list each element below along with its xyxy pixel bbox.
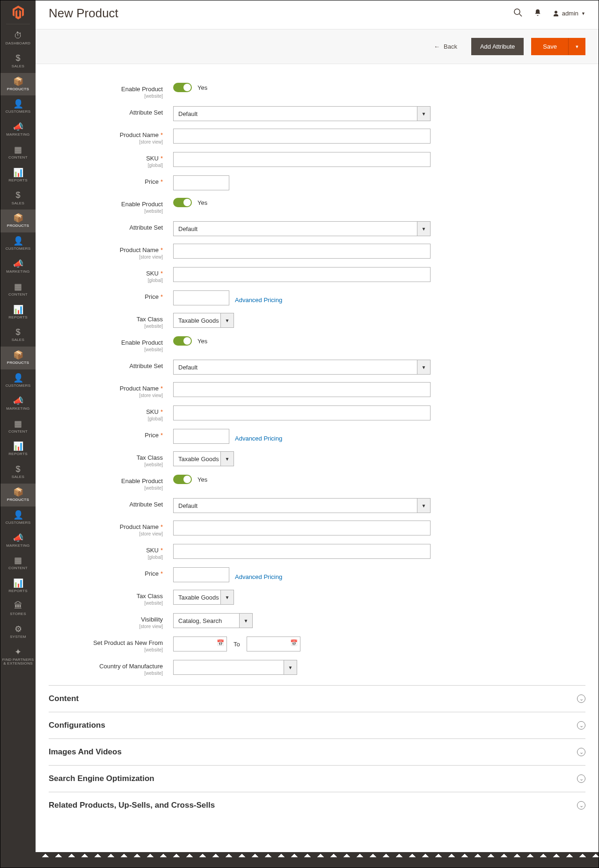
sidebar-item-products[interactable]: 📦PRODUCTS <box>0 347 36 369</box>
field-label: Enable Product <box>121 201 163 208</box>
sidebar-item-reports[interactable]: 📊REPORTS <box>0 438 36 461</box>
enable-product-toggle[interactable] <box>173 475 192 484</box>
nav-icon: $ <box>15 464 20 474</box>
sidebar-item-content[interactable]: ▦CONTENT <box>0 141 36 164</box>
tax-class-select[interactable]: Taxable Goods▼ <box>173 313 234 328</box>
price-input[interactable] <box>173 567 229 582</box>
attribute-set-select[interactable]: Default▼ <box>173 106 431 121</box>
sidebar-item-reports[interactable]: 📊REPORTS <box>0 164 36 187</box>
sidebar-item-products[interactable]: 📦PRODUCTS <box>0 73 36 96</box>
attribute-set-select[interactable]: Default▼ <box>173 221 431 236</box>
nav-icon: 📦 <box>13 76 23 87</box>
sidebar-item-customers[interactable]: 👤CUSTOMERS <box>0 232 36 255</box>
enable-product-toggle[interactable] <box>173 336 192 346</box>
form-row-sku-3: SKU*[global] <box>49 405 585 421</box>
save-button[interactable]: Save <box>531 38 569 55</box>
search-icon[interactable] <box>513 8 523 19</box>
nav-label: CONTENT <box>8 156 28 160</box>
nav-label: REPORTS <box>8 316 28 320</box>
country-select[interactable]: ▼ <box>173 660 297 675</box>
sidebar-item-dashboard[interactable]: ⏱DASHBOARD <box>0 27 36 50</box>
sidebar-item-products[interactable]: 📦PRODUCTS <box>0 210 36 232</box>
product-name-input[interactable] <box>173 382 431 397</box>
sidebar-item-stores[interactable]: 🏛STORES <box>0 598 36 621</box>
field-label: Country of Manufacture <box>99 663 163 670</box>
sidebar-item-marketing[interactable]: 📣MARKETING <box>0 118 36 141</box>
product-name-input[interactable] <box>173 244 431 259</box>
magento-logo[interactable] <box>0 0 36 24</box>
sidebar-item-content[interactable]: ▦CONTENT <box>0 552 36 575</box>
nav-icon: ▦ <box>14 145 22 155</box>
form-row-sku-1: SKU*[global] <box>49 152 585 168</box>
sidebar-item-system[interactable]: ⚙SYSTEM <box>0 621 36 644</box>
sidebar-item-customers[interactable]: 👤CUSTOMERS <box>0 506 36 529</box>
sku-input[interactable] <box>173 544 431 559</box>
calendar-icon[interactable]: 📅 <box>217 639 224 646</box>
advanced-pricing-link[interactable]: Advanced Pricing <box>235 297 282 304</box>
price-input[interactable] <box>173 290 229 305</box>
arrow-left-icon: ← <box>434 43 440 50</box>
sidebar-item-customers[interactable]: 👤CUSTOMERS <box>0 369 36 392</box>
tax-class-select[interactable]: Taxable Goods▼ <box>173 590 234 605</box>
sku-input[interactable] <box>173 405 431 420</box>
sidebar-item-sales[interactable]: $SALES <box>0 187 36 210</box>
sidebar-item-content[interactable]: ▦CONTENT <box>0 278 36 301</box>
calendar-icon[interactable]: 📅 <box>290 639 298 646</box>
nav-label: FIND PARTNERS& EXTENSIONS <box>2 658 34 666</box>
sidebar-item-reports[interactable]: 📊REPORTS <box>0 575 36 598</box>
field-label: Price <box>145 432 159 439</box>
nav-icon: 📣 <box>13 396 23 406</box>
sidebar-item-marketing[interactable]: 📣MARKETING <box>0 392 36 415</box>
select-value: Taxable Goods <box>178 594 219 601</box>
visibility-select[interactable]: Catalog, Search▼ <box>173 613 253 628</box>
chevron-down-icon: ⌄ <box>577 801 585 810</box>
admin-menu[interactable]: admin ▼ <box>553 10 585 17</box>
attribute-set-select[interactable]: Default▼ <box>173 498 431 513</box>
chevron-down-icon: ▼ <box>284 660 297 674</box>
nav-icon: ✦ <box>15 647 22 657</box>
bell-icon[interactable] <box>534 9 541 18</box>
sku-input[interactable] <box>173 267 431 282</box>
enable-product-toggle[interactable] <box>173 198 192 207</box>
advanced-pricing-link[interactable]: Advanced Pricing <box>235 573 282 580</box>
sidebar-item-marketing[interactable]: 📣MARKETING <box>0 529 36 552</box>
sidebar-item-content[interactable]: ▦CONTENT <box>0 415 36 438</box>
section-related-products-up-sells-and-cross-sells[interactable]: Related Products, Up-Sells, and Cross-Se… <box>49 792 585 818</box>
nav-label: SALES <box>12 475 24 479</box>
save-dropdown-button[interactable]: ▼ <box>569 38 585 55</box>
field-label: Attribute Set <box>129 224 163 231</box>
section-images-and-videos[interactable]: Images And Videos⌄ <box>49 738 585 765</box>
section-configurations[interactable]: Configurations⌄ <box>49 712 585 738</box>
nav-label: REPORTS <box>8 589 28 593</box>
field-label: Product Name <box>120 131 159 138</box>
chevron-down-icon: ▼ <box>239 614 252 628</box>
nav-icon: ▦ <box>14 555 22 565</box>
sidebar-item-customers[interactable]: 👤CUSTOMERS <box>0 95 36 118</box>
sidebar-item-sales[interactable]: $SALES <box>0 461 36 484</box>
price-input[interactable] <box>173 175 229 190</box>
nav-label: REPORTS <box>8 452 28 456</box>
enable-product-toggle[interactable] <box>173 83 192 92</box>
add-attribute-button[interactable]: Add Attribute <box>471 38 524 55</box>
section-title: Related Products, Up-Sells, and Cross-Se… <box>49 801 215 810</box>
advanced-pricing-link[interactable]: Advanced Pricing <box>235 435 282 442</box>
section-content[interactable]: Content⌄ <box>49 685 585 712</box>
sidebar-item-marketing[interactable]: 📣MARKETING <box>0 255 36 278</box>
product-name-input[interactable] <box>173 521 431 535</box>
nav-icon: $ <box>15 190 20 201</box>
sidebar-item-sales[interactable]: $SALES <box>0 324 36 347</box>
sidebar-item-find-partners-extensions[interactable]: ✦FIND PARTNERS& EXTENSIONS <box>0 644 36 671</box>
price-input[interactable] <box>173 429 229 444</box>
back-button[interactable]: ← Back <box>427 39 464 54</box>
section-search-engine-optimization[interactable]: Search Engine Optimization⌄ <box>49 765 585 792</box>
nav-icon: ▦ <box>14 419 22 429</box>
tax-class-select[interactable]: Taxable Goods▼ <box>173 451 234 466</box>
sidebar-item-sales[interactable]: $SALES <box>0 50 36 73</box>
attribute-set-select[interactable]: Default▼ <box>173 360 431 375</box>
product-name-input[interactable] <box>173 129 431 144</box>
select-value: Default <box>178 502 197 509</box>
sidebar-item-products[interactable]: 📦PRODUCTS <box>0 484 36 506</box>
field-label: SKU <box>146 270 159 277</box>
sidebar-item-reports[interactable]: 📊REPORTS <box>0 301 36 324</box>
sku-input[interactable] <box>173 152 431 167</box>
